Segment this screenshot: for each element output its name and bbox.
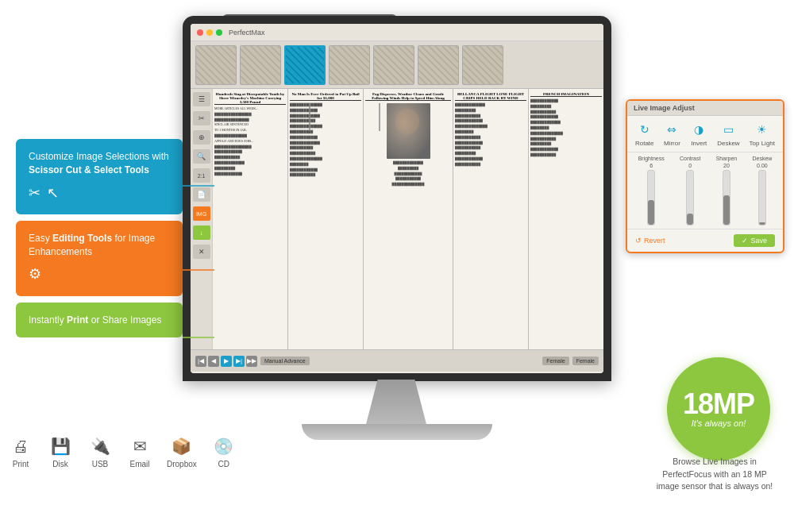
main-content: ☰ ✂ ⊕ 🔍 2:1 📄 IMG ↓ ✕	[191, 89, 603, 349]
invert-icon: ◑	[690, 121, 707, 138]
toolbar-disk[interactable]: 💾 Disk	[48, 435, 73, 468]
live-adjust-top-row: ↻ Rotate ⇔ Mirror ◑ Invert ▭ Deskew ☀ To…	[627, 116, 783, 152]
ribbon-thumb-5[interactable]	[373, 45, 414, 85]
feature-editing: Easy Editing Tools for Image Enhancement…	[16, 221, 183, 296]
maximize-dot[interactable]	[216, 29, 222, 36]
tool-btn-green[interactable]: ↓	[193, 226, 210, 240]
news-col4-text: ▓▓▓▓▓▓▓▓▓▓▓▓▓▓▓▓▓▓▓▓▓▓ ▓▓▓▓▓▓▓▓▓▓▓▓▓▓▓▓▓…	[455, 102, 526, 168]
ribbon-thumb-3[interactable]	[284, 45, 326, 85]
deskew-slider[interactable]: Deskew 0.00	[752, 156, 772, 226]
tool-btn-4[interactable]: 2:1	[193, 168, 210, 183]
newspaper-area: Hundreds Sing at Disreputable Youth by S…	[213, 89, 603, 349]
close-dot[interactable]	[197, 29, 203, 36]
sharpen-slider[interactable]: Sharpen 20	[716, 156, 737, 226]
live-adjust-vsliders: Brightness 6 Contrast 0 Sharpen 20 Deske…	[627, 152, 783, 229]
revert-label: Revert	[644, 237, 665, 245]
nav-next[interactable]: ▶|	[233, 356, 245, 367]
contrast-slider[interactable]: Contrast 0	[680, 156, 700, 226]
ribbon-thumb-6[interactable]	[418, 45, 459, 85]
invert-label: Invert	[691, 140, 707, 147]
revert-button[interactable]: ↺ Revert	[635, 234, 665, 247]
live-adjust-bottom: ↺ Revert ✓ Save	[627, 229, 783, 252]
tool-btn-3[interactable]: ⊕	[193, 130, 210, 145]
save-label: Save	[750, 237, 767, 245]
tool-btn-6[interactable]: ✕	[193, 245, 210, 259]
feature-print-text: Instantly Print or Share Images	[29, 314, 161, 326]
cursor-icon: ↖	[47, 183, 59, 203]
status-bar: |◀ ◀ ▶ ▶| ▶▶ Manual Advance Female Femal…	[191, 349, 603, 372]
scissors-icon: ✂	[29, 183, 40, 203]
app-titlebar: PerfectMax	[191, 24, 603, 41]
news-col1-text: MORE ARTICLES ALL WEEK... ▓▓▓▓▓▓▓▓▓▓▓▓▓▓…	[214, 106, 286, 176]
brightness-slider[interactable]: Brightness 6	[638, 156, 665, 226]
feature-customize: Customize Image Selections with Scissor …	[16, 139, 183, 214]
mp-caption: Browse Live Images in PerfectFocus with …	[651, 456, 778, 492]
toolbar-print-label: Print	[13, 460, 29, 468]
rotate-icon: ↻	[636, 121, 653, 138]
toolbar-usb[interactable]: 🔌 USB	[87, 435, 113, 468]
news-col1-headline: Hundreds Sing at Disreputable Youth by S…	[214, 92, 286, 105]
mirror-icon: ⇔	[663, 121, 680, 138]
nav-play[interactable]: ▶	[221, 356, 232, 367]
ribbon-thumb-1[interactable]	[195, 45, 237, 85]
news-col5-text: ▓▓▓▓▓▓▓▓▓▓▓▓▓▓▓▓▓▓▓▓▓ ▓▓▓▓▓▓▓▓▓▓▓▓▓▓▓▓▓▓…	[530, 98, 602, 158]
rotate-label: Rotate	[635, 140, 654, 147]
news-col3-headline: Fog Disperses, Weather Clears and Gentle…	[365, 92, 451, 101]
revert-icon: ↺	[635, 237, 642, 245]
feature-editing-icons: ⚙	[29, 264, 170, 284]
window-controls	[197, 29, 222, 36]
toplight-button[interactable]: ☀ Top Light	[750, 121, 775, 147]
deskew-icon: ▭	[719, 121, 737, 138]
ribbon-thumb-4[interactable]	[329, 45, 370, 85]
mp-number: 18MP	[683, 390, 754, 418]
feature-customize-icons: ✂ ↖	[29, 183, 170, 203]
toolbar-disk-label: Disk	[52, 460, 67, 468]
mp-tagline: It's always on!	[692, 418, 746, 428]
feature-boxes: Customize Image Selections with Scissor …	[16, 139, 183, 337]
disk-icon: 💾	[48, 435, 73, 457]
invert-button[interactable]: ◑ Invert	[690, 121, 707, 147]
news-col5-headline: FRENCH IMAGINATION	[530, 92, 602, 97]
sliders-icon: ⚙	[29, 264, 41, 284]
nav-arrows: |◀ ◀ ▶ ▶| ▶▶	[195, 356, 257, 367]
news-col2-text: ▓▓▓▓▓▓▓▓▓▓▓▓▓▓▓▓▓▓▓▓▓▓▓▓▓▓ ▓▓▓▓▓▓▓▓▓▓▓▓▓…	[290, 102, 361, 178]
toolbar-email-label: Email	[129, 460, 149, 468]
mirror-button[interactable]: ⇔ Mirror	[663, 121, 680, 147]
save-button[interactable]: ✓ Save	[734, 234, 775, 247]
ribbon-thumb-7[interactable]	[462, 45, 503, 85]
app-title: PerfectMax	[229, 29, 265, 37]
mirror-label: Mirror	[664, 140, 680, 147]
nav-last[interactable]: ▶▶	[246, 356, 257, 367]
image-ribbon	[191, 41, 603, 89]
print-icon: 🖨	[8, 435, 33, 457]
tool-btn-5[interactable]: 📄	[193, 187, 210, 202]
feature-editing-text: Easy Editing Tools for Image Enhancement…	[29, 233, 155, 257]
tool-btn-1[interactable]: ☰	[193, 92, 210, 106]
left-toolbar: ☰ ✂ ⊕ 🔍 2:1 📄 IMG ↓ ✕	[191, 89, 213, 349]
usb-icon: 🔌	[87, 435, 113, 457]
manual-advance-btn[interactable]: Manual Advance	[260, 357, 310, 365]
rotate-button[interactable]: ↻ Rotate	[635, 121, 654, 147]
minimize-dot[interactable]	[206, 29, 213, 36]
toolbar-dropbox-label: Dropbox	[167, 460, 197, 468]
nav-first[interactable]: |◀	[195, 356, 206, 367]
toolbar-email[interactable]: ✉ Email	[127, 435, 152, 468]
femail-btn[interactable]: Female	[572, 357, 599, 365]
nav-prev[interactable]: ◀	[208, 356, 219, 367]
email-icon: ✉	[127, 435, 152, 457]
deskew-button[interactable]: ▭ Deskew	[717, 121, 739, 147]
toplight-label: Top Light	[750, 140, 775, 147]
mp-badge: 18MP It's always on!	[667, 357, 770, 461]
tool-btn-zoom[interactable]: 🔍	[193, 149, 210, 164]
live-image-adjust: Live Image Adjust ↻ Rotate ⇔ Mirror ◑ In…	[626, 99, 784, 253]
feature-print: Instantly Print or Share Images	[16, 303, 183, 338]
female-btn[interactable]: Female	[542, 357, 569, 365]
deskew-label: Deskew	[717, 140, 739, 147]
news-col4-headline: BELLANCA FLIGHT LONE FLIGHT CRIPS HELD B…	[455, 92, 526, 101]
toolbar-print[interactable]: 🖨 Print	[8, 435, 33, 468]
tool-btn-orange[interactable]: IMG	[193, 206, 210, 221]
ribbon-thumb-2[interactable]	[240, 45, 281, 85]
monitor: PerfectMax ☰ ✂ ⊕ 🔍 2:1	[175, 16, 619, 461]
toolbar-usb-label: USB	[92, 460, 109, 468]
tool-btn-2[interactable]: ✂	[193, 111, 210, 125]
